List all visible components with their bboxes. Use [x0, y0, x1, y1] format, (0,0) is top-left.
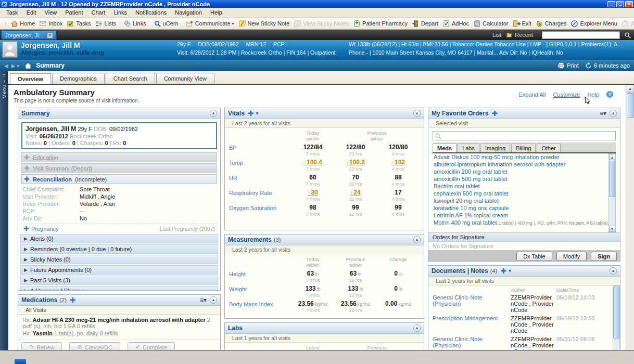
collapse-icon[interactable]: ▲ — [413, 110, 421, 117]
order-item[interactable]: lisinopril 20 mg oral tablet — [433, 197, 608, 204]
minimize-button[interactable]: _ — [607, 1, 615, 7]
menu-help[interactable]: Help — [206, 8, 226, 17]
add-order-icon[interactable]: ✚ — [491, 110, 498, 116]
tab-chart-search[interactable]: Chart Search — [106, 73, 155, 84]
document-row[interactable]: General Clinic Note (Physician) ZZEMRPro… — [428, 293, 613, 314]
back-button[interactable]: ◀ — [4, 63, 8, 69]
links-button[interactable]: Links — [121, 19, 148, 29]
menu-links[interactable]: Links — [109, 8, 131, 17]
inbox-button[interactable]: Inbox — [37, 19, 65, 29]
menu-edit[interactable]: Edit — [22, 8, 41, 17]
attach-button[interactable]: Attach — [619, 19, 634, 29]
scroll-down-icon[interactable]: ▼ — [609, 226, 615, 232]
recent-dropdown[interactable]: Recent▾ — [506, 32, 537, 38]
measurement-label[interactable]: Weight — [229, 285, 291, 292]
tasks-button[interactable]: Tasks — [65, 19, 93, 29]
menu-chart[interactable]: Chart — [87, 8, 110, 17]
explorer-menu-button[interactable]: Explorer Menu — [568, 19, 619, 29]
order-item[interactable]: amoxicillin 200 mg oral tablet — [433, 168, 608, 175]
search-dropdown-icon[interactable]: ▾ — [621, 33, 623, 37]
medication-hx-yasmin[interactable]: Hx: Yasmin 1 tab(s), po, daily 0 refills — [22, 330, 216, 336]
reminders-row[interactable]: ▶Reminders (0 overdue | 0 due | 0 future… — [20, 244, 218, 254]
menu-navigation[interactable]: Navigation — [171, 8, 206, 17]
patient-name[interactable]: Jorgensen, Jill M — [21, 41, 177, 49]
view-sticky-notes-button[interactable]: View Sticky Notes — [291, 19, 351, 29]
measurement-label[interactable]: Height — [229, 270, 291, 277]
scroll-thumb[interactable] — [627, 93, 634, 118]
vitals-dropdown-icon[interactable]: ▼ — [255, 111, 260, 116]
menu-view[interactable]: View — [41, 8, 61, 17]
help-globe-icon[interactable]: ? — [606, 91, 613, 98]
add-medication-icon[interactable]: ✚ — [70, 297, 76, 303]
calculator-button[interactable]: Calculator — [471, 19, 511, 29]
visit-summary-card[interactable]: Jorgensen, Jill M 29y F DOB: 09/02/1982 … — [21, 122, 217, 149]
collapse-icon[interactable]: ▲ — [210, 296, 217, 304]
order-item[interactable]: cephalexin 500 mg oral tablet — [433, 190, 608, 197]
dx-table-button[interactable]: Dx Table — [516, 252, 552, 261]
new-sticky-note-button[interactable]: New Sticky Note — [236, 19, 292, 29]
collapse-icon[interactable]: ▲ — [610, 267, 617, 275]
documents-scrollbar[interactable]: ▼ — [613, 285, 620, 350]
expand-all-link[interactable]: Expand All — [518, 92, 546, 98]
order-item[interactable]: albuterol-ipratropium inhalation aerosol… — [433, 161, 608, 168]
order-search-input[interactable] — [433, 131, 616, 140]
print-button[interactable]: Print — [557, 62, 579, 69]
home-nav-icon[interactable] — [24, 62, 32, 69]
orders-tab-other[interactable]: Other — [537, 144, 561, 152]
sticky-notes-row[interactable]: ▶Sticky Notes (0) — [20, 255, 218, 264]
orders-scrollbar[interactable]: ▲ ▼ — [608, 153, 616, 232]
complete-button[interactable]: ✔Complete — [128, 342, 175, 350]
depart-button[interactable]: Depart — [410, 19, 440, 29]
patient-search-input[interactable] — [542, 31, 620, 39]
tab-overview[interactable]: Overview — [10, 73, 51, 84]
future-appointments-row[interactable]: ▶Future Appointments (0) — [20, 265, 218, 275]
ucern-button[interactable]: uCern — [151, 19, 181, 29]
tab-demographics[interactable]: Demographics — [52, 73, 105, 84]
collapse-icon[interactable]: ▲ — [210, 110, 217, 117]
close-button[interactable]: × — [625, 1, 633, 7]
add-vitals-icon[interactable]: ✚ — [248, 110, 254, 116]
patient-chart-tab[interactable]: Jorgensen, Ji... × — [1, 30, 57, 40]
order-item[interactable]: loratadine 10 mg oral capsule — [433, 204, 608, 212]
sign-button[interactable]: Sign — [591, 252, 617, 261]
alerts-row[interactable]: ▶Alerts (0) — [20, 234, 218, 243]
page-scrollbar[interactable]: ▲ — [626, 85, 634, 350]
reconciliation-row[interactable]: ✚ Reconciliation (Incomplete) — [21, 174, 217, 184]
exit-button[interactable]: Exit — [511, 19, 534, 29]
communicate-dropdown-icon[interactable]: ▾ — [232, 21, 234, 26]
vital-label[interactable]: BP — [229, 144, 291, 151]
order-item[interactable]: Motrin 400 mg oral tablet 1 tab(s) ( 400… — [433, 219, 608, 226]
document-row[interactable]: Prescription Management ZZEMRProvider nC… — [428, 314, 613, 335]
scroll-thumb[interactable] — [613, 287, 619, 339]
charges-button[interactable]: $Charges — [534, 19, 569, 29]
home-button[interactable]: Home — [8, 19, 37, 29]
documents-dropdown-icon[interactable]: ▼ — [508, 268, 512, 274]
modify-button[interactable]: Modify — [556, 252, 587, 261]
pregnancy-row[interactable]: ✚ Pregnancy Last Pregnancy (2007) — [21, 224, 217, 233]
order-item[interactable]: Bactrim oral tablet — [433, 183, 608, 190]
panel-menu-icon[interactable]: ≡▾ — [600, 110, 606, 117]
vital-label[interactable]: HR — [229, 174, 291, 181]
scroll-thumb[interactable] — [609, 161, 615, 197]
maximize-button[interactable]: ▢ — [616, 1, 624, 7]
panel-menu-icon[interactable]: ≡▾ — [200, 296, 207, 304]
list-label[interactable]: List — [492, 32, 501, 38]
lists-button[interactable]: Lists — [93, 19, 118, 29]
communicate-button[interactable]: Communicate▾ — [184, 19, 236, 29]
collapse-icon[interactable]: ▲ — [413, 236, 421, 243]
cancel-dc-button[interactable]: ⊘Cancel/DC — [69, 342, 120, 350]
patient-pharmacy-button[interactable]: Patient Pharmacy — [351, 19, 410, 29]
forward-button[interactable]: ▶ ▾ — [11, 63, 20, 69]
order-item[interactable]: Advair Diskus 100 mcg-50 mcg inhalation … — [433, 153, 608, 161]
refresh-button[interactable]: 6 minutes ago — [585, 62, 630, 69]
scroll-up-icon[interactable]: ▲ — [627, 85, 634, 93]
measurement-label[interactable]: Body Mass Index — [229, 300, 291, 307]
adhoc-button[interactable]: AdHoc — [440, 19, 471, 29]
renew-button[interactable]: ↷Renew — [21, 342, 62, 350]
collapse-icon[interactable]: ▲ — [610, 110, 617, 117]
orders-tab-billing[interactable]: Billing — [511, 144, 536, 152]
document-row[interactable]: General Clinic Note (Physician) ZZEMRPro… — [428, 335, 613, 350]
medication-rx-advair[interactable]: Rx: Advair HFA 230 mcg-21 mcg/inh inhala… — [22, 317, 216, 329]
order-item[interactable]: amoxicillin 500 mg oral tablet — [433, 175, 608, 183]
orders-tab-labs[interactable]: Labs — [458, 144, 479, 152]
